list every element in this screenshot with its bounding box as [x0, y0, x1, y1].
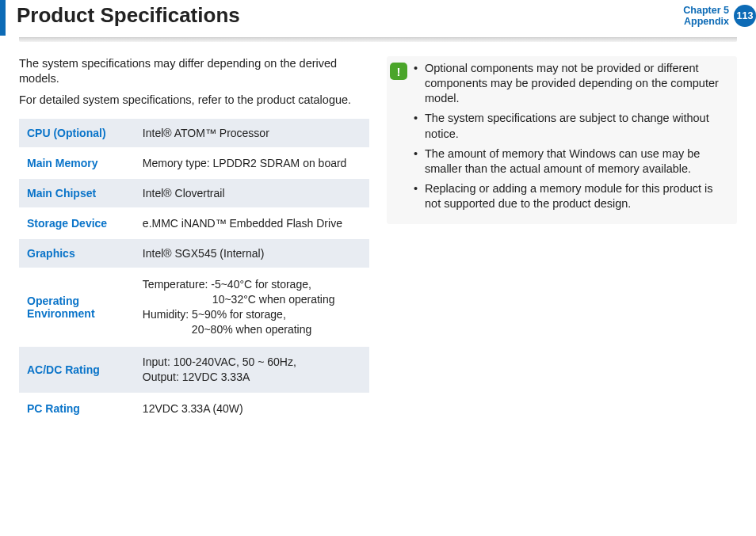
- intro-paragraph: The system specifications may differ dep…: [19, 56, 369, 86]
- page-number-badge: 113: [734, 5, 756, 27]
- section-line: Appendix: [683, 16, 729, 27]
- spec-key: Storage Device: [19, 208, 135, 238]
- spec-table: CPU (Optional) Intel® ATOM™ Processor Ma…: [19, 119, 369, 424]
- spec-value: e.MMC iNAND™ Embedded Flash Drive: [135, 208, 369, 238]
- list-item: Optional components may not be provided …: [414, 61, 731, 106]
- spec-line: Output: 12VDC 3.33A: [143, 371, 250, 383]
- spec-value: Intel® SGX545 (Internal): [135, 238, 369, 268]
- spec-value: Memory type: LPDDR2 SDRAM on board: [135, 148, 369, 178]
- table-row: Main Chipset Intel® Clovertrail: [19, 178, 369, 208]
- table-row: Main Memory Memory type: LPDDR2 SDRAM on…: [19, 148, 369, 178]
- table-row: Storage Device e.MMC iNAND™ Embedded Fla…: [19, 208, 369, 238]
- alert-glyph: !: [397, 65, 401, 78]
- page-title: Product Specifications: [17, 0, 683, 28]
- spec-line: Temperature: -5~40°C for storage,: [143, 278, 311, 291]
- table-row: Operating Environment Temperature: -5~40…: [19, 268, 369, 346]
- spec-line: Input: 100-240VAC, 50 ~ 60Hz,: [143, 355, 296, 368]
- note-box: ! Optional components may not be provide…: [387, 56, 737, 224]
- spec-value: Intel® ATOM™ Processor: [135, 119, 369, 148]
- list-item: The amount of memory that Windows can us…: [414, 146, 731, 177]
- table-row: AC/DC Rating Input: 100-240VAC, 50 ~ 60H…: [19, 346, 369, 393]
- spec-key: Main Chipset: [19, 178, 135, 208]
- chapter-label: Chapter 5 Appendix: [683, 0, 734, 28]
- spec-line: Humidity: 5~90% for storage,: [143, 308, 286, 321]
- left-column: The system specifications may differ dep…: [19, 56, 369, 424]
- spec-value: Temperature: -5~40°C for storage, 10~32°…: [135, 268, 369, 346]
- table-row: CPU (Optional) Intel® ATOM™ Processor: [19, 119, 369, 148]
- spec-line: 10~32°C when operating: [143, 292, 335, 307]
- page: Product Specifications Chapter 5 Appendi…: [0, 0, 756, 536]
- chapter-line: Chapter 5: [683, 5, 729, 16]
- list-item: Replacing or adding a memory module for …: [414, 181, 731, 211]
- note-list: Optional components may not be provided …: [414, 61, 731, 216]
- spec-key: Graphics: [19, 238, 135, 268]
- right-column: ! Optional components may not be provide…: [387, 56, 737, 424]
- title-bar: Product Specifications Chapter 5 Appendi…: [0, 0, 756, 36]
- spec-key: PC Rating: [19, 393, 135, 424]
- spec-key: AC/DC Rating: [19, 346, 135, 393]
- table-row: Graphics Intel® SGX545 (Internal): [19, 238, 369, 268]
- spec-key: Main Memory: [19, 148, 135, 178]
- list-item: The system specifications are subject to…: [414, 111, 731, 141]
- page-number: 113: [737, 10, 754, 21]
- spec-value: 12VDC 3.33A (40W): [135, 393, 369, 424]
- spec-line: 20~80% when operating: [143, 322, 311, 337]
- spec-key: Operating Environment: [19, 268, 135, 346]
- table-row: PC Rating 12VDC 3.33A (40W): [19, 393, 369, 424]
- spec-value: Intel® Clovertrail: [135, 178, 369, 208]
- spec-value: Input: 100-240VAC, 50 ~ 60Hz, Output: 12…: [135, 346, 369, 393]
- intro-paragraph: For detailed system specifications, refe…: [19, 93, 369, 108]
- content-columns: The system specifications may differ dep…: [0, 42, 756, 424]
- spec-key: CPU (Optional): [19, 119, 135, 148]
- alert-icon: !: [390, 63, 407, 80]
